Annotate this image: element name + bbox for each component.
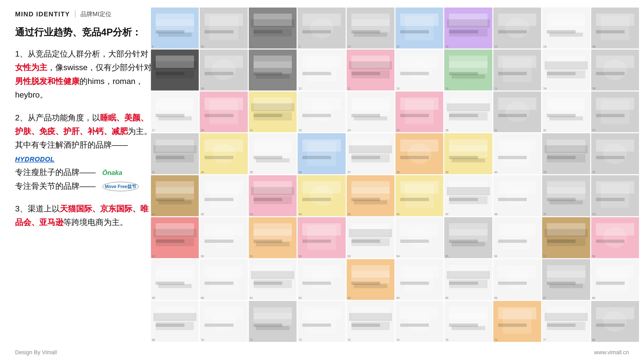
thumb-number: 45 — [348, 213, 351, 216]
thumbnail-15: 11 — [347, 50, 394, 90]
thumbnail-64: 62 — [298, 259, 345, 300]
brand-movefree: Move Free益节 — [102, 182, 139, 192]
thumb-number: 59 — [152, 296, 155, 299]
thumbnail-8: 1C — [493, 8, 541, 49]
thumb-number: 31 — [494, 129, 497, 132]
thumbnail-49: 7F — [542, 175, 590, 216]
thumb-number: 49 — [152, 255, 155, 258]
thumbnail-1: 9 — [151, 8, 199, 49]
highlight-female: 女性为主 — [15, 63, 47, 72]
thumb-number: 10 — [201, 45, 204, 48]
thumbnail-40: 7E — [591, 133, 639, 174]
thumbnail-35: 37 — [347, 133, 394, 174]
thumb-number: 1B — [592, 45, 595, 48]
thumbnail-54: 52 — [298, 217, 345, 258]
thumb-number: 39 — [445, 171, 448, 174]
thumbnail-42: 42 — [200, 175, 248, 216]
thumb-number: 60 — [201, 296, 204, 299]
thumbnail-60: 58 — [591, 217, 639, 258]
thumb-number: 22 — [299, 129, 302, 132]
section-1-text: 1、从竞品定位人群分析，大部分针对女性为主，像swisse，仅有少部分针对男性脱… — [15, 47, 153, 102]
thumb-number: 21 — [250, 129, 253, 132]
thumb-number: 73 — [348, 338, 351, 341]
thumb-number: 36 — [299, 171, 302, 174]
thumbnail-59: 57 — [542, 217, 590, 258]
thumbnail-61: 59 — [151, 259, 199, 300]
thumb-number: 37 — [348, 171, 351, 174]
thumbnail-74: 72 — [298, 301, 345, 342]
thumbnail-17: 14 — [444, 50, 492, 90]
thumb-number: 14 — [445, 87, 448, 90]
thumbnail-5: 13 — [347, 8, 394, 49]
thumb-number: 18 — [201, 87, 204, 90]
thumb-number: 77 — [543, 338, 546, 341]
thumbnail-37: 39 — [444, 133, 492, 174]
thumb-number: 74 — [396, 338, 399, 341]
thumb-number: 7A — [543, 87, 546, 90]
thumb-number: 64 — [396, 296, 399, 299]
thumbnail-69: 67 — [542, 259, 590, 300]
thumbnail-3: 11 — [249, 8, 297, 49]
thumbnail-75: 73 — [347, 301, 394, 342]
thumbnail-23: 21 — [249, 92, 297, 132]
thumbnail-46: 46 — [395, 175, 443, 216]
thumb-number: 48 — [494, 213, 497, 216]
thumbnail-34: 36 — [298, 133, 345, 174]
thumb-number: 43 — [250, 213, 253, 216]
section-2-text: 2、从产品功能角度，以睡眠、美颜、护肤、免疫、护肝、补钙、减肥为主。 其中有专注… — [15, 111, 153, 193]
thumb-number: 65 — [445, 296, 448, 299]
thumb-number: 11 — [494, 87, 497, 90]
thumb-number: 44 — [299, 213, 302, 216]
thumbnail-55: 53 — [347, 217, 394, 258]
thumb-number: 69 — [152, 338, 155, 341]
thumbnail-6: 15 — [395, 8, 443, 49]
footer-left: Design By Vimall — [15, 349, 57, 356]
header-divider — [75, 10, 75, 18]
thumb-number: 1C — [494, 45, 498, 48]
thumb-number: 62 — [299, 296, 302, 299]
thumb-number: 23 — [348, 129, 351, 132]
section-3-text: 3、渠道上以天猫国际、京东国际、唯品会、亚马逊等跨境电商为主。 — [15, 202, 153, 229]
thumb-number: 9 — [152, 45, 153, 48]
thumb-number: 80 — [592, 338, 595, 341]
thumbnail-50: 7G — [591, 175, 639, 216]
thumb-number: 70 — [201, 338, 204, 341]
thumbnail-26: 34 — [395, 92, 443, 132]
thumbnail-33: 35 — [249, 133, 297, 174]
thumb-number: 10 — [250, 87, 253, 90]
thumb-number: 13 — [396, 87, 399, 90]
thumb-number: 41 — [152, 213, 155, 216]
thumb-number: 52 — [299, 255, 302, 258]
highlight-channels: 天猫国际、京东国际、唯品会、亚马逊 — [15, 204, 148, 227]
thumb-number: 11 — [348, 87, 351, 90]
thumbnail-63: 61 — [249, 259, 297, 300]
thumb-number: 76 — [494, 338, 497, 341]
thumbnail-24: 22 — [298, 92, 345, 132]
thumb-number: 7F — [543, 213, 546, 216]
section-3: 3、渠道上以天猫国际、京东国际、唯品会、亚马逊等跨境电商为主。 — [15, 202, 153, 229]
thumb-number: 16 — [445, 45, 448, 48]
thumb-number: 47 — [445, 213, 448, 216]
thumbnail-22: 20 — [200, 92, 248, 132]
thumb-number: 34 — [396, 129, 399, 132]
thumbnail-21: 17 — [151, 92, 199, 132]
thumb-number: 72 — [299, 338, 302, 341]
thumbnail-12: 18 — [200, 50, 248, 90]
thumbnail-28: 31 — [493, 92, 541, 132]
section-2: 2、从产品功能角度，以睡眠、美颜、护肤、免疫、护肝、补钙、减肥为主。 其中有专注… — [15, 111, 153, 193]
thumbnail-80: 80 — [591, 301, 639, 342]
thumb-number: 66 — [494, 296, 497, 299]
thumbnail-57: 55 — [444, 217, 492, 258]
thumb-number: 17 — [152, 129, 155, 132]
thumb-number: 71 — [250, 338, 253, 341]
thumb-number: 68 — [592, 296, 595, 299]
thumbnail-grid: 9101121315161C1A1B7181012111314117A7B172… — [151, 8, 639, 342]
highlight-male: 男性脱发和性健康 — [15, 77, 79, 86]
thumbnail-36: 38 — [395, 133, 443, 174]
thumb-number: 35 — [445, 129, 448, 132]
thumbnail-47: 47 — [444, 175, 492, 216]
thumb-number: 11 — [250, 45, 253, 48]
thumbnail-38: 40 — [493, 133, 541, 174]
thumbnail-13: 10 — [249, 50, 297, 90]
thumb-number: 55 — [445, 255, 448, 258]
